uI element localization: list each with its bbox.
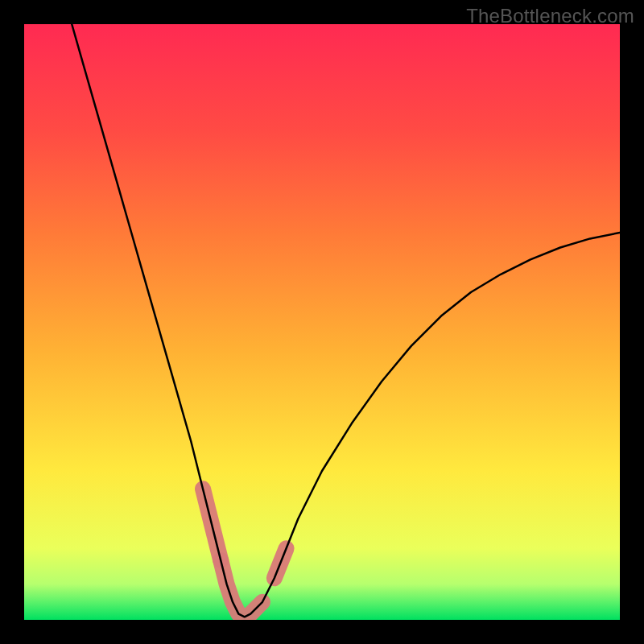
watermark-text: TheBottleneck.com	[466, 5, 634, 27]
chart-frame: TheBottleneck.com	[0, 0, 644, 644]
gradient-background	[24, 24, 620, 620]
plot-area	[24, 24, 620, 620]
bottleneck-chart-svg	[24, 24, 620, 620]
